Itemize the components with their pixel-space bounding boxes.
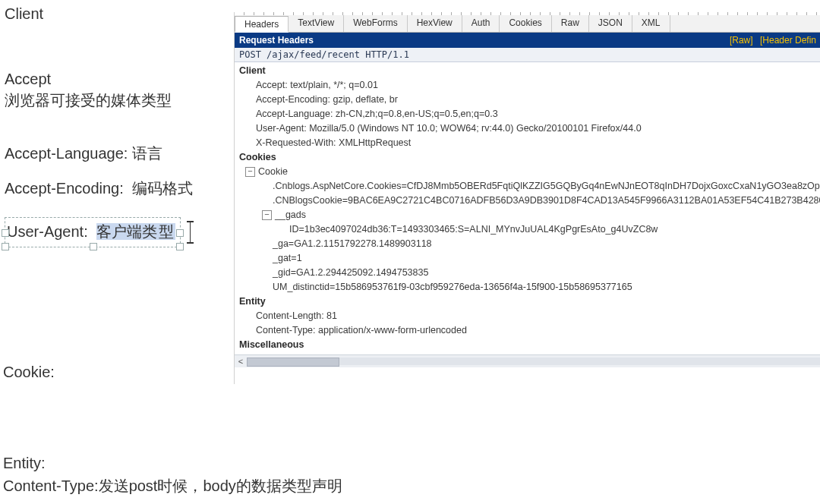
selection-handle-icon[interactable] [176,243,184,250]
selection-handle-icon[interactable] [2,229,9,237]
group-entity[interactable]: Entity [238,295,820,309]
minus-icon[interactable]: − [262,210,272,220]
tab-json[interactable]: JSON [589,15,632,32]
notes-entity-block: Entity: Content-Type:发送post时候，body的数据类型声… [3,452,808,497]
group-cookies[interactable]: Cookies [238,150,820,165]
notes-user-agent-label: User-Agent: [7,223,88,240]
notes-client-label: Client [5,3,223,24]
scroll-left-icon[interactable]: < [235,356,247,367]
text-caret-icon [190,222,191,242]
notes-user-agent-selection[interactable]: User-Agent: 客户端类型 [5,217,181,247]
cookie-ga[interactable]: _ga=GA1.2.1151792278.1489903118 [238,237,820,251]
notes-accept-label: Accept [5,68,223,90]
banner-link-raw[interactable]: [Raw] [730,35,753,46]
cookie-gid[interactable]: _gid=GA1.2.294425092.1494753835 [238,266,820,280]
notes-accept-language: Accept-Language: 语言 [5,143,223,164]
cookie-gat[interactable]: _gat=1 [238,251,820,266]
hdr-user-agent[interactable]: User-Agent: Mozilla/5.0 (Windows NT 10.0… [238,121,820,136]
notes-column: Client Accept 浏览器可接受的媒体类型 Accept-Languag… [3,0,225,250]
notes-user-agent-desc-highlight: 型 [157,223,175,240]
tab-webforms[interactable]: WebForms [344,15,407,32]
hdr-content-length[interactable]: Content-Length: 81 [238,309,820,323]
tab-xml[interactable]: XML [632,15,670,32]
request-line: POST /ajax/feed/recent HTTP/1.1 [235,48,820,62]
scroll-thumb[interactable] [247,358,339,367]
selection-handle-icon[interactable] [90,243,97,250]
notes-entity-label: Entity: [3,452,808,474]
notes-accept-desc: 浏览器可接受的媒体类型 [5,90,223,111]
cookie-cnblogs[interactable]: .CNBlogsCookie=9BAC6EA9C2721C4BC0716ADFB… [238,194,820,208]
cookie-root[interactable]: −Cookie [238,165,820,179]
text-caret-icon [187,221,194,222]
tab-headers[interactable]: Headers [235,16,289,33]
cookie-gads[interactable]: −__gads [238,208,820,222]
selection-handle-icon[interactable] [176,229,184,237]
horizontal-scrollbar[interactable]: < [235,354,820,367]
hdr-accept[interactable]: Accept: text/plain, */*; q=0.01 [238,78,820,93]
tab-textview[interactable]: TextView [289,15,344,32]
group-misc[interactable]: Miscellaneous [238,338,820,352]
fiddler-panel: Headers TextView WebForms HexView Auth C… [234,12,820,384]
tab-raw[interactable]: Raw [552,15,589,32]
cookie-um[interactable]: UM_distinctid=15b586953761f9-03cbf959276… [238,280,820,295]
tab-auth[interactable]: Auth [462,15,500,32]
tab-cookies[interactable]: Cookies [500,15,551,32]
inspector-tabs: Headers TextView WebForms HexView Auth C… [235,15,820,33]
hdr-accept-language[interactable]: Accept-Language: zh-CN,zh;q=0.8,en-US;q=… [238,107,820,121]
banner-link-defs[interactable]: [Header Defin [760,35,816,46]
selection-handle-icon[interactable] [2,243,9,250]
hdr-accept-encoding[interactable]: Accept-Encoding: gzip, deflate, br [238,93,820,107]
notes-accept-encoding: Accept-Encoding: 编码格式 [5,178,223,199]
hdr-content-type[interactable]: Content-Type: application/x-www-form-url… [238,323,820,338]
banner-title: Request Headers [239,35,314,46]
request-headers-banner: Request Headers [Raw] [Header Defin [235,33,820,48]
cookie-gads-id[interactable]: ID=1b3ec4097024db36:T=1493303465:S=ALNI_… [238,222,820,237]
minus-icon[interactable]: − [245,167,255,177]
notes-user-agent-desc-selected: 客户端类 [96,223,157,240]
cookie-aspnet[interactable]: .Cnblogs.AspNetCore.Cookies=CfDJ8Mmb5OBE… [238,179,820,194]
tab-hexview[interactable]: HexView [408,15,462,32]
text-caret-icon [187,242,194,244]
hdr-x-requested-with[interactable]: X-Requested-With: XMLHttpRequest [238,136,820,150]
scroll-track[interactable] [247,358,820,365]
headers-tree[interactable]: Client Accept: text/plain, */*; q=0.01 A… [235,62,820,367]
notes-content-type-desc: 发送post时候，body的数据类型声明 [99,477,342,494]
group-client[interactable]: Client [238,64,820,78]
notes-content-type-label: Content-Type: [3,477,99,494]
